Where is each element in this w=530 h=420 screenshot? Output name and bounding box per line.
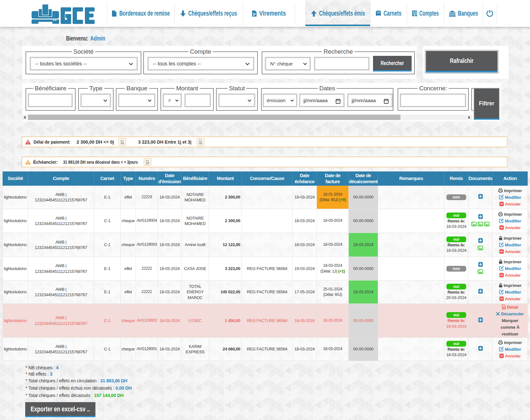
svg-text:Chèques/effets reçus: Chèques/effets reçus bbox=[188, 9, 237, 17]
svg-text:Rechercher: Rechercher bbox=[381, 60, 404, 66]
svg-text:Échéancier:: Échéancier: bbox=[33, 159, 58, 165]
svg-text:Bienvenu:: Bienvenu: bbox=[66, 35, 88, 42]
svg-text:Délai de paiement:: Délai de paiement: bbox=[34, 139, 71, 145]
svg-text:2 300,00 DH <= 0j: 2 300,00 DH <= 0j bbox=[77, 139, 114, 145]
svg-text:Comptes: Comptes bbox=[419, 9, 439, 17]
svg-text:3 223,00 DH Entre 1j et 3j: 3 223,00 DH Entre 1j et 3j bbox=[138, 139, 191, 145]
svg-text:Rafraîchir: Rafraîchir bbox=[450, 57, 474, 64]
svg-text:Chèques/effets émis: Chèques/effets émis bbox=[319, 9, 365, 17]
svg-text:Filtrer: Filtrer bbox=[479, 100, 494, 107]
svg-text:Admin: Admin bbox=[90, 35, 105, 42]
svg-text:31 883,00 DH sera décaissé dan: 31 883,00 DH sera décaissé dans < = 3jou… bbox=[63, 159, 138, 165]
svg-text:Carnets: Carnets bbox=[384, 9, 401, 17]
svg-text:Banques: Banques bbox=[458, 9, 478, 17]
svg-text:Bordereaux de remise: Bordereaux de remise bbox=[119, 9, 170, 17]
svg-text:Exporter en excel-csv ..: Exporter en excel-csv .. bbox=[31, 405, 90, 413]
svg-text:Virements: Virements bbox=[259, 9, 286, 17]
